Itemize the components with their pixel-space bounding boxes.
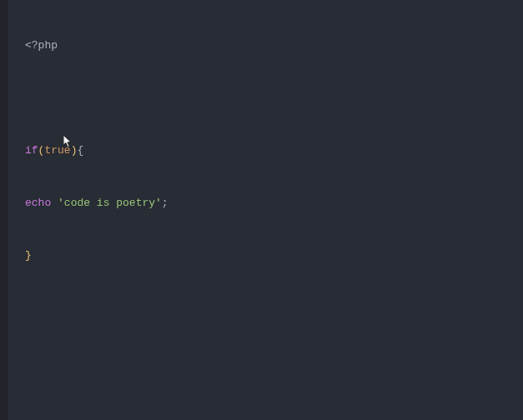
keyword-if: if [25, 144, 38, 157]
string-literal: 'code is poetry' [58, 197, 162, 209]
space [51, 197, 58, 209]
brace-close: } [25, 249, 32, 262]
code-line: } [25, 247, 523, 264]
line-number [0, 2, 8, 19]
line-number-gutter [0, 0, 8, 420]
code-line: echo 'code is poetry'; [25, 194, 523, 212]
keyword-echo: echo [25, 197, 51, 209]
const-true: true [44, 144, 70, 157]
line-number [0, 107, 8, 124]
php-open-tag: <?php [25, 39, 58, 52]
code-line: if(true){ [25, 142, 523, 159]
brace-open: { [77, 144, 83, 157]
line-number [0, 54, 8, 72]
semicolon: ; [162, 197, 168, 209]
code-line [25, 89, 523, 107]
code-line: <?php [25, 37, 523, 54]
code-editor[interactable]: <?php if(true){ echo 'code is poetry'; } [8, 0, 523, 420]
line-number [0, 89, 8, 107]
line-number [0, 19, 8, 37]
line-number [0, 37, 8, 54]
line-number [0, 72, 8, 89]
